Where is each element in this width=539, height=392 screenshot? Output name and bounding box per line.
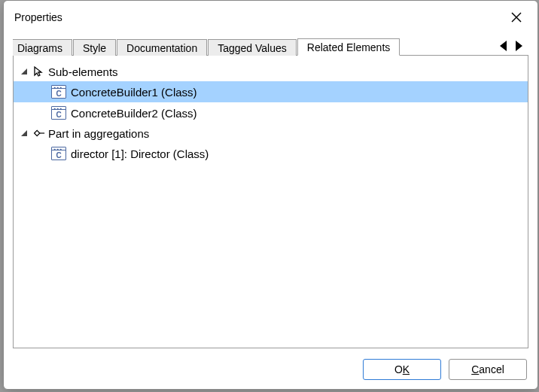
pointer-icon — [32, 65, 45, 78]
triangle-left-icon — [499, 40, 508, 52]
cancel-label-mn: C — [471, 363, 479, 375]
disclosure-expanded-icon[interactable] — [20, 67, 29, 76]
tab-nav — [497, 38, 528, 55]
tab-tagged-values[interactable]: Tagged Values — [208, 39, 297, 56]
tree: Sub-elements ●●●C ConcreteBuilder1 (Clas… — [14, 56, 528, 164]
class-icon: ●●●C — [51, 85, 66, 99]
close-button[interactable] — [504, 5, 528, 29]
svg-marker-2 — [500, 41, 507, 51]
tab-documentation[interactable]: Documentation — [117, 39, 207, 56]
ok-label-pre: O — [394, 363, 403, 375]
aggregation-icon — [32, 126, 45, 140]
group-label: Part in aggregations — [48, 127, 149, 140]
class-icon: ●●●C — [51, 106, 66, 120]
tab-related-elements[interactable]: Related Elements — [297, 38, 400, 56]
cancel-label-post: ancel — [479, 363, 504, 375]
tree-item-label: director [1]: Director (Class) — [71, 147, 209, 160]
window-title: Properties — [14, 11, 62, 23]
close-icon — [511, 12, 522, 23]
titlebar: Properties — [4, 1, 537, 34]
properties-dialog: Properties Diagrams Style Documentation … — [3, 0, 538, 390]
svg-marker-5 — [35, 67, 41, 76]
ok-button[interactable]: OK — [363, 359, 441, 380]
svg-marker-4 — [21, 68, 27, 74]
tab-style[interactable]: Style — [73, 39, 116, 56]
tree-item[interactable]: ●●●C director [1]: Director (Class) — [14, 143, 528, 164]
tab-nav-prev[interactable] — [497, 38, 510, 53]
svg-marker-3 — [516, 41, 522, 51]
triangle-right-icon — [514, 40, 523, 52]
svg-marker-6 — [21, 130, 27, 136]
tab-nav-next[interactable] — [512, 38, 525, 53]
tab-diagrams[interactable]: Diagrams — [13, 39, 72, 56]
ok-label-mn: K — [403, 363, 410, 375]
disclosure-expanded-icon[interactable] — [20, 129, 29, 138]
svg-marker-7 — [35, 130, 40, 135]
group-label: Sub-elements — [48, 65, 118, 78]
tree-item-label: ConcreteBuilder2 (Class) — [71, 107, 197, 120]
tab-bar: Diagrams Style Documentation Tagged Valu… — [4, 34, 537, 55]
tree-item[interactable]: ●●●C ConcreteBuilder1 (Class) — [14, 81, 528, 102]
tree-item-label: ConcreteBuilder1 (Class) — [71, 86, 197, 99]
group-sub-elements[interactable]: Sub-elements — [14, 62, 528, 81]
related-elements-panel: Sub-elements ●●●C ConcreteBuilder1 (Clas… — [13, 55, 528, 348]
dialog-buttons: OK Cancel — [4, 354, 537, 389]
class-icon: ●●●C — [51, 147, 66, 160]
tree-item[interactable]: ●●●C ConcreteBuilder2 (Class) — [14, 102, 528, 123]
cancel-button[interactable]: Cancel — [449, 359, 527, 380]
group-part-in-aggregations[interactable]: Part in aggregations — [14, 123, 528, 143]
